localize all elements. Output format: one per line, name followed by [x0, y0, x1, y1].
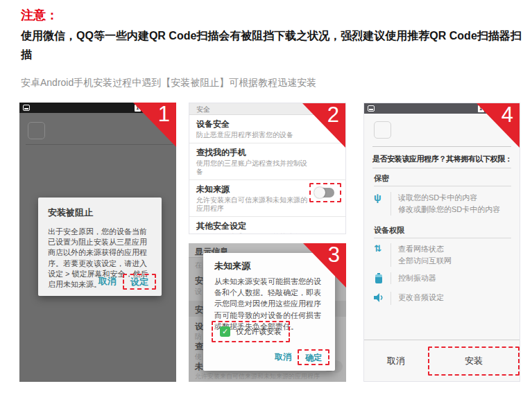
ok-highlight-box: 确定: [298, 349, 329, 365]
toggle-knob: [314, 187, 325, 198]
screenshot-icon: [368, 105, 375, 112]
battery-icon: [374, 272, 391, 284]
dimmed-fragment: 未: [195, 361, 203, 373]
subtitle-text: 安卓Android手机安装过程中遇到【安装被阻止】可根据教程迅速安装: [21, 77, 316, 89]
cancel-button[interactable]: 取消: [268, 348, 298, 367]
permission-line: 更改音频设定: [398, 292, 444, 304]
bottom-button-bar: 取消 安装: [364, 340, 520, 381]
permission-line: 全部访问互联网: [398, 255, 452, 267]
setting-row-find-my-phone[interactable]: 查找我的手机 使用您的三星账户远程查找并控制设备: [189, 143, 345, 180]
screenshot-step3: 显示信息 在 安 设 安 设 防 查 使 未 允许安装来自可信来源和未知来源的应…: [189, 243, 346, 382]
screenshot-step4: 1 4G 7 是否安装该应用程序？其将拥有以下权限： 保密 ψ 读取您的SD卡中…: [363, 103, 520, 382]
permission-line: 查看网络状态: [398, 243, 452, 255]
install-highlight-box: 安装: [428, 346, 520, 376]
unknown-sources-dialog: 未知来源 从未知来源安装可能损害您的设备和个人数据。轻敲确定，即表示您同意对因使…: [203, 253, 335, 371]
unknown-sources-toggle[interactable]: [316, 188, 334, 198]
network-arrows-icon: ⇅: [374, 243, 391, 267]
speaker-icon: [374, 292, 391, 305]
toggle-highlight-box: [309, 183, 341, 202]
install-blocked-dialog: 安装被阻止 出于安全原因，您的设备当前已设置为阻止安装从三星应用商店以外的来源获…: [38, 198, 162, 296]
setting-sub: 使用您的三星账户远程查找并控制设备: [196, 159, 311, 176]
allow-once-checkbox[interactable]: ✓: [220, 326, 230, 337]
step-number: 4: [501, 103, 513, 128]
setting-sub: 更改安全更新和证书存储等其他安全设定: [196, 233, 311, 234]
install-button[interactable]: 安装: [465, 355, 483, 367]
setting-row-unknown-sources[interactable]: 未知来源 允许安装来自可信来源和未知来源的应用程序: [189, 180, 345, 217]
permission-row-network: ⇅ 查看网络状态 全部访问互联网: [374, 243, 452, 267]
setting-title: 设备安全: [196, 119, 338, 130]
app-icon-placeholder: [374, 121, 391, 139]
step-number: 2: [327, 103, 339, 128]
step-number: 3: [328, 243, 340, 267]
setting-sub: 防止恶意应用程序损害您的设备: [196, 131, 311, 139]
dimmed-fragment: 防: [195, 332, 202, 342]
permission-line: 读取您的SD卡中的内容: [398, 192, 500, 204]
usb-icon: ψ: [374, 192, 391, 216]
dimmed-fragment: 安: [195, 275, 203, 287]
dimmed-fragment: 在: [195, 261, 202, 270]
setting-sub: 允许安装来自可信来源和未知来源的应用程序: [196, 196, 311, 213]
section-label-device: 设备权限: [374, 225, 404, 236]
app-icon-placeholder: [28, 122, 45, 139]
notice-label: 注意：: [21, 7, 58, 24]
permission-line: 控制振动器: [398, 272, 436, 284]
dialog-title: 未知来源: [214, 260, 250, 272]
divider: [374, 186, 511, 186]
dimmed-fragment: 安: [195, 304, 203, 316]
divider: [372, 168, 511, 168]
permission-row-audio: 更改音频设定: [374, 292, 444, 305]
install-question-title: 是否安装该应用程序？其将拥有以下权限：: [372, 154, 512, 164]
dialog-title: 安装被阻止: [48, 207, 93, 219]
divider: [26, 144, 173, 145]
permission-row-storage: ψ 读取您的SD卡中的内容 修改或删除您的SD卡中的内容: [374, 192, 500, 216]
section-label-privacy: 保密: [374, 173, 389, 184]
checkbox-highlight-box: ✓ 仅允许该安装: [212, 321, 290, 342]
settings-button[interactable]: 设定: [124, 273, 155, 290]
permission-row-vibrate: 控制振动器: [374, 272, 436, 284]
dimmed-sub-text: 允许安装来自可信来源和未知来源的应用程序: [195, 372, 320, 381]
dimmed-fragment: 设: [195, 287, 202, 297]
setting-title: 查找我的手机: [196, 148, 338, 158]
settings-highlight-box: 设定: [123, 274, 156, 290]
cancel-button[interactable]: 取消: [364, 340, 428, 381]
dimmed-fragment: 使: [195, 352, 202, 362]
dimmed-fragment: 设: [195, 321, 203, 333]
divider: [372, 146, 511, 147]
setting-title: 其他安全设定: [196, 221, 338, 231]
dimmed-fragment: 查: [195, 341, 203, 353]
permission-line: 修改或删除您的SD卡中的内容: [398, 204, 500, 216]
warning-text: 使用微信，QQ等一些内建QR Code扫描会有被阻挡下载之状况，强烈建议使用推荐…: [21, 26, 524, 64]
tutorial-page: 注意： 使用微信，QQ等一些内建QR Code扫描会有被阻挡下载之状况，强烈建议…: [0, 0, 532, 395]
step-number: 1: [158, 103, 170, 127]
screenshot-icon: [23, 105, 30, 111]
screenshot-step1: 1 4G 7 安装被阻止 出于安全原因，您的设备当前已设置为阻止安装从三星应用商…: [19, 103, 176, 382]
screenshot-step2: 安全 设备安全 防止恶意应用程序损害您的设备 查找我的手机 使用您的三星账户远程…: [189, 103, 346, 234]
cancel-button[interactable]: 取消: [92, 272, 123, 291]
checkbox-label: 仅允许该安装: [236, 326, 282, 337]
setting-row-other-security[interactable]: 其他安全设定 更改安全更新和证书存储等其他安全设定: [189, 217, 345, 234]
divider: [374, 238, 511, 238]
ok-button[interactable]: 确定: [299, 349, 328, 366]
